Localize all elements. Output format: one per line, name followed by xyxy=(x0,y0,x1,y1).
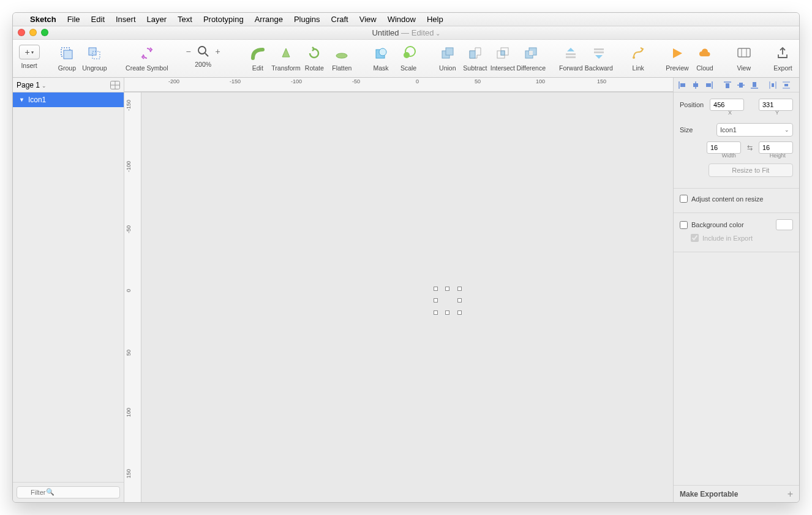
menu-window[interactable]: Window xyxy=(388,15,416,24)
cloud-tool[interactable]: Cloud xyxy=(691,43,718,72)
disclosure-triangle-icon[interactable]: ▼ xyxy=(19,97,24,103)
union-tool[interactable]: Union xyxy=(434,43,461,72)
insert-button[interactable]: +▾ xyxy=(19,45,40,59)
menu-text[interactable]: Text xyxy=(178,15,192,24)
plus-icon: + xyxy=(24,47,29,57)
resize-handle[interactable] xyxy=(434,298,438,303)
layer-row[interactable]: ▼ Icon1 xyxy=(13,92,124,107)
align-center-h-button[interactable] xyxy=(690,80,702,91)
resize-handle[interactable] xyxy=(434,310,438,315)
adjust-content-label: Adjust content on resize xyxy=(691,195,763,203)
menu-arrange[interactable]: Arrange xyxy=(255,15,283,24)
window-minimize-button[interactable] xyxy=(29,29,37,36)
width-sublabel: Width xyxy=(713,152,745,159)
window-titlebar: Untitled — Edited⌄ xyxy=(13,26,799,40)
size-preset-select[interactable]: Icon1 ⌄ xyxy=(716,123,793,137)
ruler-horizontal[interactable]: -200 -150 -100 -50 0 50 100 150 xyxy=(124,78,673,92)
menu-craft[interactable]: Craft xyxy=(331,15,348,24)
svg-point-24 xyxy=(633,56,635,59)
layer-list: ▼ Icon1 xyxy=(13,92,124,482)
view-tool[interactable]: View xyxy=(730,43,757,72)
distribute-h-button[interactable] xyxy=(767,80,779,91)
zoom-out-button[interactable]: − xyxy=(184,47,193,56)
intersect-label: Intersect xyxy=(491,64,515,72)
group-tool[interactable]: Group xyxy=(53,43,81,72)
window-zoom-button[interactable] xyxy=(41,29,48,36)
app-menu[interactable]: Sketch xyxy=(30,15,56,24)
menu-file[interactable]: File xyxy=(67,15,80,24)
backward-tool[interactable]: Backward xyxy=(585,43,613,72)
background-color-swatch[interactable] xyxy=(776,219,793,230)
menu-help[interactable]: Help xyxy=(427,15,443,24)
height-input[interactable] xyxy=(759,141,793,154)
create-symbol-icon xyxy=(138,45,156,62)
rotate-tool[interactable]: Rotate xyxy=(301,43,328,72)
intersect-icon xyxy=(494,45,511,62)
align-top-button[interactable] xyxy=(721,80,734,91)
link-tool[interactable]: Link xyxy=(625,43,652,72)
make-exportable-bar[interactable]: Make Exportable + xyxy=(674,485,799,502)
resize-handle[interactable] xyxy=(434,287,438,291)
align-bottom-button[interactable] xyxy=(748,80,761,91)
ruler-tick: -200 xyxy=(168,78,179,85)
mask-tool[interactable]: Mask xyxy=(367,43,395,72)
link-icon xyxy=(630,45,647,62)
filter-input[interactable] xyxy=(17,486,120,498)
ruler-vertical[interactable]: -150 -100 -50 0 50 100 150 xyxy=(124,92,141,502)
flatten-tool[interactable]: Flatten xyxy=(328,43,356,72)
align-center-v-button[interactable] xyxy=(735,80,747,91)
menu-layer[interactable]: Layer xyxy=(147,15,167,24)
position-x-input[interactable] xyxy=(710,99,744,111)
preview-tool[interactable]: Preview xyxy=(663,43,691,72)
selected-artboard[interactable] xyxy=(435,288,460,313)
canvas[interactable] xyxy=(141,92,673,502)
resize-to-fit-button[interactable]: Resize to Fit xyxy=(709,164,793,177)
insert-tool[interactable]: +▾ Insert xyxy=(15,43,43,69)
pages-grid-icon[interactable] xyxy=(110,81,120,89)
include-in-export-checkbox xyxy=(691,234,699,242)
align-right-button[interactable] xyxy=(703,80,715,91)
menu-prototyping[interactable]: Prototyping xyxy=(203,15,244,24)
height-sublabel: Height xyxy=(762,152,793,159)
resize-handle[interactable] xyxy=(457,310,462,315)
export-tool[interactable]: Export xyxy=(769,43,797,72)
resize-handle[interactable] xyxy=(457,287,462,291)
svg-rect-13 xyxy=(470,51,475,58)
menu-plugins[interactable]: Plugins xyxy=(294,15,320,24)
inspector-panel: Position X Y Size Icon1 ⌄ xyxy=(673,78,799,502)
scale-tool[interactable]: Scale xyxy=(395,43,423,72)
difference-tool[interactable]: Difference xyxy=(516,43,546,72)
align-left-button[interactable] xyxy=(676,80,688,91)
edit-tool[interactable]: Edit xyxy=(244,43,271,72)
pages-header[interactable]: Page 1⌄ xyxy=(13,78,124,92)
window-close-button[interactable] xyxy=(18,29,25,36)
document-title[interactable]: Untitled — Edited⌄ xyxy=(372,28,440,37)
layers-panel: Page 1⌄ ▼ Icon1 🔍 xyxy=(13,78,124,502)
transform-tool[interactable]: Transform xyxy=(271,43,300,72)
resize-handle[interactable] xyxy=(445,310,449,315)
width-input[interactable] xyxy=(707,141,741,154)
resize-handle[interactable] xyxy=(457,298,462,303)
menu-view[interactable]: View xyxy=(359,15,377,24)
adjust-content-checkbox[interactable] xyxy=(680,195,688,203)
distribute-v-button[interactable] xyxy=(780,80,792,91)
zoom-in-button[interactable]: + xyxy=(214,47,222,56)
position-y-input[interactable] xyxy=(759,99,793,111)
difference-icon xyxy=(522,45,539,62)
create-symbol-tool[interactable]: Create Symbol xyxy=(126,43,168,72)
magnifier-icon[interactable] xyxy=(197,45,210,58)
lock-aspect-icon[interactable]: ⇆ xyxy=(746,144,754,152)
plus-icon[interactable]: + xyxy=(788,489,793,500)
forward-tool[interactable]: Forward xyxy=(557,43,585,72)
background-color-checkbox[interactable] xyxy=(680,221,688,229)
menu-edit[interactable]: Edit xyxy=(91,15,105,24)
view-icon xyxy=(735,45,753,62)
ungroup-tool[interactable]: Ungroup xyxy=(81,43,108,72)
menu-insert[interactable]: Insert xyxy=(116,15,136,24)
ruler-tick: -50 xyxy=(126,225,132,233)
svg-rect-16 xyxy=(501,51,505,55)
subtract-tool[interactable]: Subtract xyxy=(461,43,489,72)
ruler-tick: -50 xyxy=(352,78,360,85)
intersect-tool[interactable]: Intersect xyxy=(489,43,516,72)
resize-handle[interactable] xyxy=(445,287,449,291)
